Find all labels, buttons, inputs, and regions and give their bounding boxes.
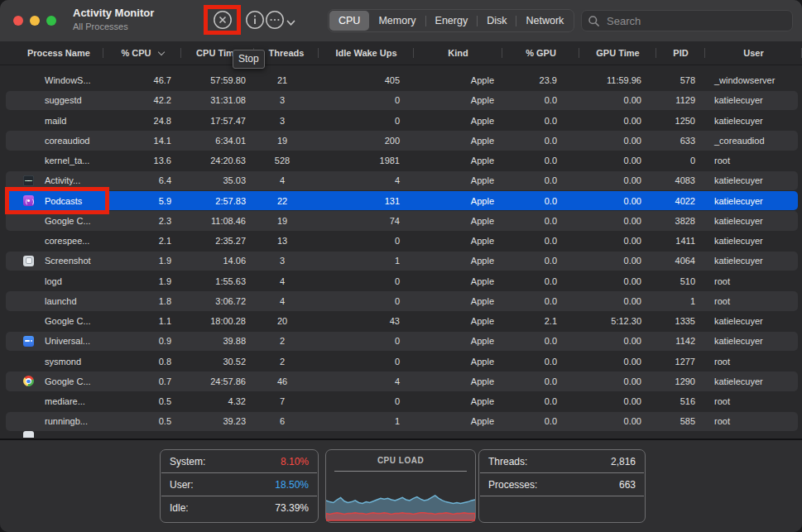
tab-memory[interactable]: Memory: [369, 11, 425, 31]
column-header-cpu[interactable]: % CPU: [103, 41, 181, 65]
process-row[interactable]: logd1.91:55.6340Apple0.00.00510root: [0, 271, 802, 291]
close-window-button[interactable]: [13, 16, 23, 26]
cell-gputime: 0.00: [579, 216, 656, 226]
column-header-gpu[interactable]: % GPU: [502, 41, 579, 65]
process-row[interactable]: corespee...2.12:35.27130Apple0.00.001411…: [0, 231, 802, 251]
cell-time: 35.03: [181, 175, 254, 185]
process-row[interactable]: Google C...1.118:00.282043Apple2.15:12.3…: [0, 311, 802, 331]
cell-kind: Apple: [414, 296, 502, 306]
cell-idle: 1: [319, 416, 414, 426]
cell-kind: Apple: [414, 336, 502, 346]
cell-kind: Apple: [414, 196, 502, 206]
process-name-label: corespee...: [45, 236, 89, 246]
cell-name: corespee...: [0, 236, 103, 247]
search-input[interactable]: [605, 14, 786, 28]
process-row[interactable]: Activity...6.435.0344Apple0.00.004083kat…: [0, 170, 802, 190]
cell-user: root: [705, 396, 802, 406]
more-options-chevron[interactable]: [286, 17, 295, 24]
cell-cpu: 6.4: [103, 175, 181, 185]
cell-gpu: 0.0: [502, 175, 579, 185]
tab-network[interactable]: Network: [516, 11, 573, 31]
icon-slot-empty: [23, 95, 34, 106]
cell-pid: 4064: [656, 256, 705, 266]
cell-time: 18:00.28: [181, 316, 254, 326]
process-row[interactable]: suggestd42.231:31.0830Apple0.00.001129ka…: [0, 90, 802, 110]
process-row[interactable]: mediare...0.54.3270Apple0.00.00516root: [0, 391, 802, 411]
tab-energy[interactable]: Energy: [426, 11, 478, 31]
process-name-label: sysmond: [45, 357, 81, 367]
process-row-selected[interactable]: Podcasts5.92:57.8322131Apple0.00.004022k…: [0, 191, 802, 211]
cell-cpu: 0.5: [103, 396, 181, 406]
cell-idle: 0: [319, 296, 414, 306]
process-row[interactable]: Universal...0.939.8820Apple0.00.001142ka…: [0, 331, 802, 351]
cell-name: runningb...: [0, 416, 103, 427]
cell-user: katielecuyer: [705, 376, 802, 386]
column-header-pid[interactable]: PID: [656, 41, 705, 65]
process-row[interactable]: Screenshot1.914.0631Apple0.00.004064kati…: [0, 251, 802, 271]
column-header-user[interactable]: User: [705, 41, 802, 65]
cell-idle: 0: [319, 357, 414, 367]
cell-gpu: 0.0: [502, 416, 579, 426]
cell-kind: Apple: [414, 276, 502, 286]
cell-user: root: [705, 416, 802, 426]
cell-cpu: 42.2: [103, 95, 181, 105]
cell-kind: Apple: [414, 136, 502, 146]
window-subtitle: All Processes: [73, 22, 154, 31]
cell-threads: 19: [254, 136, 319, 146]
process-row[interactable]: runningb...0.539.2361Apple0.00.00585root: [0, 411, 802, 431]
process-row[interactable]: sysmond0.830.5220Apple0.00.001277root: [0, 352, 802, 371]
cell-gpu: 23.9: [502, 75, 579, 85]
icon-slot-empty: [23, 396, 34, 407]
process-name-label: Screenshot: [45, 256, 91, 266]
cell-user: katielecuyer: [705, 196, 802, 206]
cell-pid: 516: [656, 396, 705, 406]
cell-name: Screenshot: [0, 256, 103, 266]
cell-idle: 4: [319, 376, 414, 386]
cell-gpu: 0.0: [502, 396, 579, 406]
cell-threads: 2: [254, 336, 319, 346]
process-name-label: maild: [45, 116, 66, 126]
column-header-idle-wake-ups[interactable]: Idle Wake Ups: [319, 41, 414, 65]
process-name-label: Google C...: [45, 216, 91, 226]
process-row[interactable]: launchd1.83:06.7240Apple0.00.001root: [0, 291, 802, 311]
cell-gpu: 0.0: [502, 116, 579, 126]
icon-slot-empty: [23, 215, 34, 226]
minimize-window-button[interactable]: [30, 16, 40, 26]
cell-idle: 0: [319, 116, 414, 126]
tab-cpu[interactable]: CPU: [329, 11, 369, 31]
window-title-block: Activity Monitor All Processes: [73, 7, 154, 31]
more-options-button[interactable]: [265, 10, 285, 30]
cell-kind: Apple: [414, 236, 502, 246]
process-row[interactable]: WindowS...46.757:59.8021405Apple23.911:5…: [0, 70, 802, 90]
column-header-kind[interactable]: Kind: [414, 41, 502, 65]
process-row[interactable]: Google C...2.311:08.461974Apple0.00.0038…: [0, 211, 802, 231]
inspect-button[interactable]: [245, 10, 265, 30]
tab-disk[interactable]: Disk: [478, 11, 516, 31]
process-row[interactable]: coreaudiod14.16:34.0119200Apple0.00.0063…: [0, 131, 802, 151]
cell-threads: 22: [254, 196, 319, 206]
cell-gputime: 5:12.30: [579, 316, 656, 326]
cell-name: Google C...: [0, 215, 103, 226]
column-header-gpu-time[interactable]: GPU Time: [579, 41, 656, 65]
search-field: [581, 10, 793, 31]
cell-pid: 4083: [656, 175, 705, 185]
cell-gputime: 0.00: [579, 175, 656, 185]
column-header-process-name[interactable]: Process Name: [0, 41, 103, 65]
stop-button[interactable]: [213, 10, 233, 30]
zoom-window-button[interactable]: [46, 16, 56, 26]
cell-idle: 43: [319, 316, 414, 326]
cell-cpu: 0.8: [103, 357, 181, 367]
cell-name: Podcasts: [0, 195, 103, 206]
cell-user: katielecuyer: [705, 256, 802, 266]
cell-cpu: 13.6: [103, 156, 181, 165]
cell-cpu: 1.1: [103, 316, 181, 326]
cell-kind: Apple: [414, 256, 502, 266]
process-row[interactable]: maild24.817:57.4730Apple0.00.001250katie…: [0, 111, 802, 131]
process-row[interactable]: Google C...0.724:57.86464Apple0.00.00129…: [0, 371, 802, 391]
process-row[interactable]: kernel_ta...13.624:20.635281981Apple0.00…: [0, 151, 802, 170]
cell-user: katielecuyer: [705, 95, 802, 105]
cell-kind: Apple: [414, 416, 502, 426]
cell-gpu: 0.0: [502, 136, 579, 146]
cell-threads: 19: [254, 216, 319, 226]
cell-pid: 3828: [656, 216, 705, 226]
